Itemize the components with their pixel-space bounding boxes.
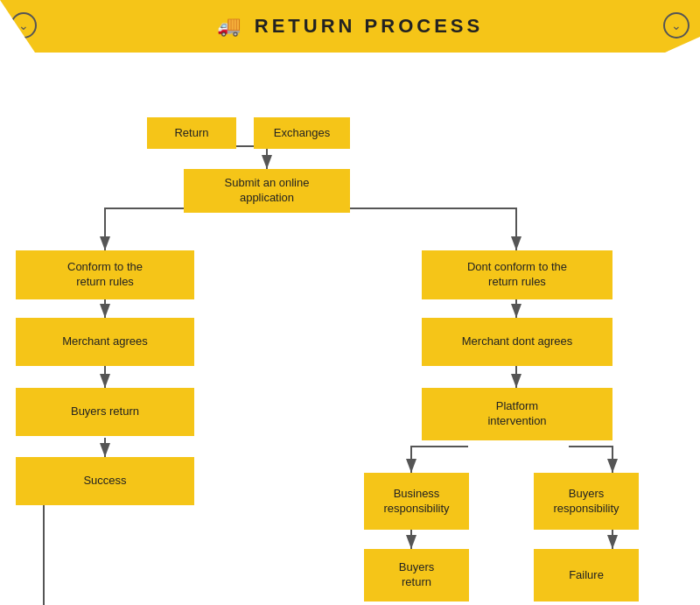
- truck-icon: 🚚: [217, 15, 244, 38]
- buyers-return-left-box: Buyers return: [16, 388, 194, 436]
- exchanges-box: Exchanges: [254, 117, 350, 149]
- buyers-return-right-box: Buyers return: [364, 549, 469, 601]
- chevron-right-button[interactable]: ⌄: [663, 12, 690, 39]
- merchant-dont-box: Merchant dont agrees: [422, 318, 612, 366]
- business-resp-box: Business responsibility: [364, 473, 469, 530]
- page-header: ⌄ 🚚 RETURN PROCESS ⌄: [0, 0, 700, 53]
- return-box: Return: [147, 117, 236, 149]
- submit-box: Submit an online application: [184, 169, 350, 213]
- platform-box: Platform intervention: [422, 388, 612, 440]
- header-title: 🚚 RETURN PROCESS: [217, 15, 483, 38]
- dont-conform-box: Dont conform to the return rules: [422, 250, 612, 299]
- chevron-left-button[interactable]: ⌄: [10, 12, 37, 39]
- merchant-agrees-box: Merchant agrees: [16, 318, 194, 366]
- buyers-resp-box: Buyers responsibility: [534, 473, 639, 530]
- failure-box: Failure: [534, 549, 639, 601]
- main-content: Return Exchanges Submit an online applic…: [0, 53, 700, 605]
- conform-box: Conform to the return rules: [16, 250, 194, 299]
- success-box: Success: [16, 457, 194, 505]
